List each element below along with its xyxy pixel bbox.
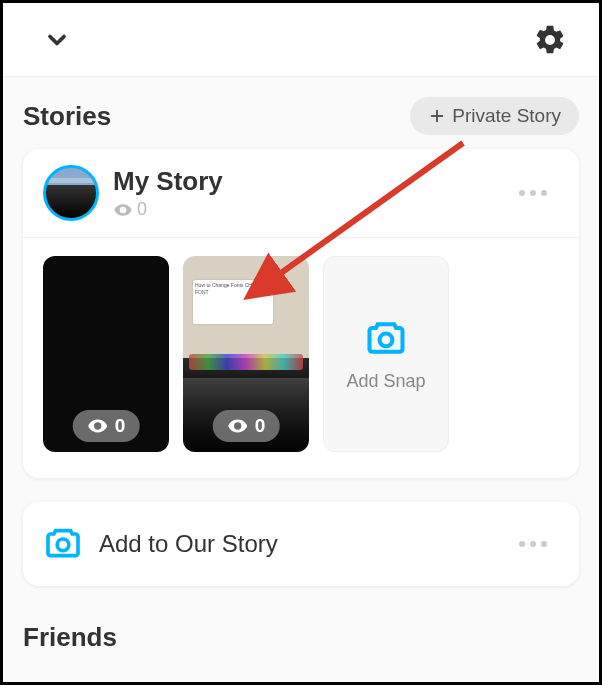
svg-point-9 [541,541,547,547]
eye-icon [113,200,133,220]
top-bar [3,3,599,77]
my-story-info: My Story 0 [113,166,507,220]
private-story-button[interactable]: Private Story [410,97,579,135]
snap-thumbnail[interactable]: 0 [43,256,169,452]
snaps-row: 0 0 Add Snap [23,238,579,478]
add-snap-label: Add Snap [346,371,425,392]
snap-view-badge: 0 [73,410,140,442]
add-to-our-story-button[interactable]: Add to Our Story [23,502,579,586]
my-story-title: My Story [113,166,507,197]
stories-title: Stories [23,101,111,132]
chevron-down-icon [43,26,71,54]
my-story-header[interactable]: My Story 0 [23,149,579,238]
friends-title: Friends [3,586,599,653]
my-story-more-button[interactable] [507,188,559,198]
svg-point-6 [57,539,69,551]
stories-section: Stories Private Story My Story 0 [3,77,599,586]
svg-point-3 [530,190,536,196]
camera-icon [364,317,408,361]
svg-point-4 [541,190,547,196]
add-snap-button[interactable]: Add Snap [323,256,449,452]
snap-view-count: 0 [255,415,266,437]
snap-thumbnail[interactable]: 0 [183,256,309,452]
my-story-view-count: 0 [137,199,147,220]
private-story-label: Private Story [452,105,561,127]
svg-point-7 [519,541,525,547]
more-icon [517,188,549,198]
snap-content-decoration [189,354,303,370]
camera-icon [43,524,83,564]
my-story-avatar [43,165,99,221]
plus-icon [428,107,446,125]
more-icon [517,539,549,549]
collapse-button[interactable] [43,24,75,56]
eye-icon [227,415,249,437]
add-to-our-story-label: Add to Our Story [99,530,491,558]
eye-icon [87,415,109,437]
svg-point-5 [380,333,393,346]
snap-view-badge: 0 [213,410,280,442]
settings-button[interactable] [533,22,569,58]
my-story-views: 0 [113,199,507,220]
svg-point-8 [530,541,536,547]
stories-header: Stories Private Story [23,97,579,135]
svg-point-2 [519,190,525,196]
gear-icon [533,23,567,57]
my-story-card: My Story 0 0 0 [23,149,579,478]
our-story-more-button[interactable] [507,539,559,549]
snap-view-count: 0 [115,415,126,437]
